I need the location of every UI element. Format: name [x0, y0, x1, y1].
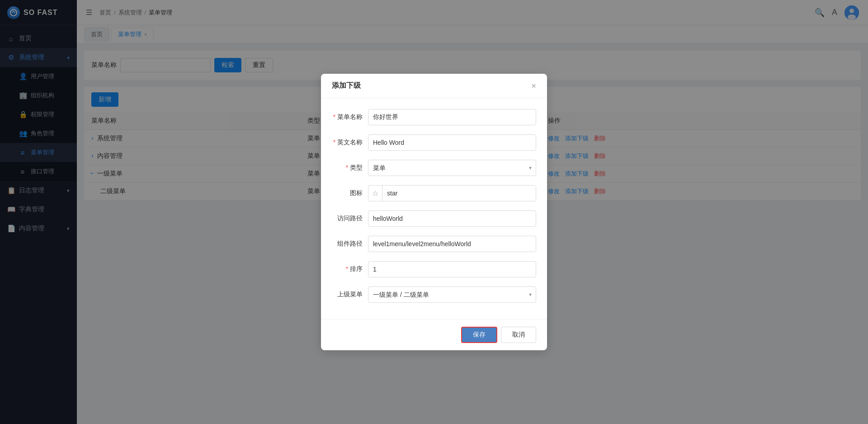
main-wrapper: ☰ 首页 / 系统管理 / 菜单管理 🔍 A 首页 菜单管理 × 菜单名称	[77, 0, 868, 424]
add-sub-dialog: 添加下级 × 菜单名称 英文名称 类型	[321, 74, 547, 350]
menu-name-input[interactable]	[368, 109, 536, 125]
form-row-icon: 图标 ☆	[332, 185, 536, 201]
dialog-body: 菜单名称 英文名称 类型 菜单 按钮	[321, 98, 547, 319]
type-label: 类型	[332, 164, 368, 172]
menu-name-label: 菜单名称	[332, 113, 368, 121]
close-button[interactable]: ×	[531, 82, 536, 90]
dialog-title: 添加下级	[332, 81, 361, 91]
star-icon: ☆	[368, 186, 382, 201]
path-input[interactable]	[368, 210, 536, 227]
form-row-sort: 排序	[332, 261, 536, 277]
form-row-type: 类型 菜单 按钮 ▾	[332, 160, 536, 176]
form-row-path: 访问路径	[332, 210, 536, 227]
form-row-english-name: 英文名称	[332, 134, 536, 151]
sort-input[interactable]	[368, 261, 536, 277]
page-content: 菜单名称 检索 重置 新增 菜单名称 类型 图标 操作	[77, 43, 868, 424]
form-row-menu-name: 菜单名称	[332, 109, 536, 125]
dialog-overlay: 添加下级 × 菜单名称 英文名称 类型	[77, 43, 868, 424]
icon-input[interactable]	[382, 186, 536, 201]
component-input[interactable]	[368, 236, 536, 252]
form-row-component: 组件路径	[332, 236, 536, 252]
form-row-parent: 上级菜单 一级菜单 / 二级菜单 ▾	[332, 286, 536, 303]
type-select[interactable]: 菜单 按钮	[368, 160, 536, 176]
save-button[interactable]: 保存	[461, 327, 497, 343]
sort-label: 排序	[332, 265, 368, 273]
type-select-wrapper: 菜单 按钮 ▾	[368, 160, 536, 176]
cancel-button[interactable]: 取消	[501, 327, 536, 343]
dialog-footer: 保存 取消	[321, 319, 547, 350]
icon-label: 图标	[332, 189, 368, 197]
english-name-label: 英文名称	[332, 138, 368, 147]
parent-select-wrapper: 一级菜单 / 二级菜单 ▾	[368, 286, 536, 303]
parent-select[interactable]: 一级菜单 / 二级菜单	[368, 286, 536, 303]
parent-label: 上级菜单	[332, 291, 368, 299]
icon-input-wrapper: ☆	[368, 185, 536, 201]
path-label: 访问路径	[332, 214, 368, 223]
dialog-header: 添加下级 ×	[321, 74, 547, 98]
english-name-input[interactable]	[368, 134, 536, 151]
component-label: 组件路径	[332, 240, 368, 248]
